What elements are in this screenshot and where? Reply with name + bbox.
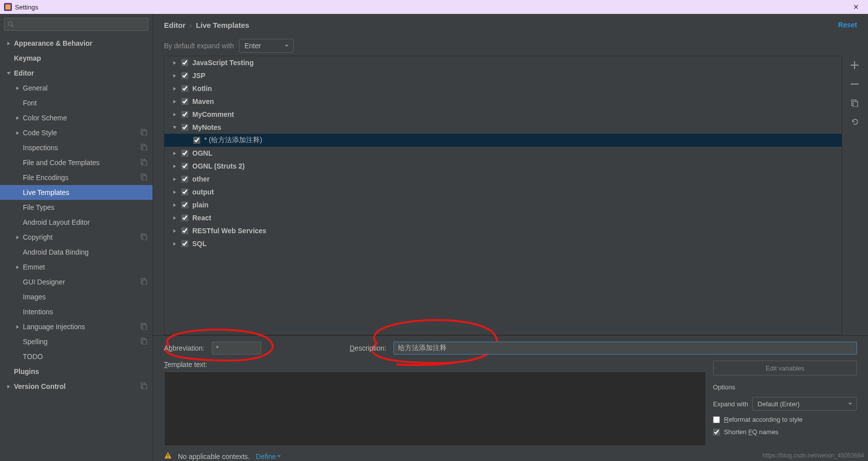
template-group-javascript-testing[interactable]: JavaScript Testing: [164, 56, 842, 69]
reset-link[interactable]: Reset: [838, 21, 857, 29]
sidebar-item-font[interactable]: Font: [0, 95, 153, 110]
sidebar-item-gui-designer[interactable]: GUI Designer: [0, 275, 153, 289]
expand-default-label: By default expand with: [164, 42, 234, 50]
expand-with-combo[interactable]: Default (Enter): [752, 397, 857, 411]
template-checkbox[interactable]: [193, 137, 200, 144]
undo-icon[interactable]: [850, 117, 859, 126]
shorten-fq-label: Shorten FQ names: [724, 428, 779, 436]
template-groups-list[interactable]: JavaScript TestingJSPKotlinMavenMyCommen…: [164, 56, 842, 335]
reformat-label: Reformat according to style: [724, 416, 802, 423]
template-group-jsp[interactable]: JSP: [164, 69, 842, 82]
sidebar-item-color-scheme[interactable]: Color Scheme: [0, 110, 153, 125]
svg-rect-7: [143, 161, 147, 166]
options-title: Options: [713, 383, 857, 391]
group-checkbox[interactable]: [181, 201, 188, 208]
sidebar-item-keymap[interactable]: Keymap: [0, 51, 153, 66]
sidebar-item-code-style[interactable]: Code Style: [0, 125, 153, 140]
sidebar-item-copyright[interactable]: Copyright: [0, 230, 153, 245]
sidebar-item-inspections[interactable]: Inspections: [0, 140, 153, 155]
copy-icon[interactable]: [850, 98, 859, 107]
sidebar-item-file-encodings[interactable]: File Encodings: [0, 170, 153, 185]
reformat-checkbox[interactable]: [713, 416, 720, 423]
sidebar-item-android-layout-editor[interactable]: Android Layout Editor: [0, 215, 153, 230]
sidebar-item-emmet[interactable]: Emmet: [0, 260, 153, 275]
template-group-react[interactable]: React: [164, 211, 842, 224]
description-input[interactable]: [394, 342, 857, 355]
search-icon: [7, 21, 14, 28]
search-input-wrap[interactable]: [4, 18, 149, 31]
template-group-mynotes[interactable]: MyNotes: [164, 121, 842, 134]
template-group-maven[interactable]: Maven: [164, 95, 842, 108]
svg-rect-22: [851, 84, 859, 85]
shorten-fq-checkbox[interactable]: [713, 429, 720, 436]
template-group-restful-web-services[interactable]: RESTful Web Services: [164, 224, 842, 237]
svg-line-1: [12, 25, 14, 27]
template-item[interactable]: * (给方法添加注释): [164, 134, 842, 147]
sidebar-item-file-types[interactable]: File Types: [0, 200, 153, 215]
sidebar-item-todo[interactable]: TODO: [0, 349, 153, 364]
svg-rect-26: [167, 457, 168, 458]
template-group-ognl[interactable]: OGNL: [164, 147, 842, 160]
sidebar-item-images[interactable]: Images: [0, 289, 153, 304]
group-checkbox[interactable]: [181, 124, 188, 131]
sidebar-item-appearance-behavior[interactable]: Appearance & Behavior: [0, 36, 153, 51]
group-checkbox[interactable]: [181, 188, 188, 195]
group-checkbox[interactable]: [181, 163, 188, 170]
group-checkbox[interactable]: [181, 98, 188, 105]
svg-rect-15: [143, 325, 147, 330]
watermark: https://blog.csdn.net/weixin_45053664: [763, 452, 864, 459]
svg-rect-21: [851, 65, 859, 66]
group-checkbox[interactable]: [181, 72, 188, 79]
template-group-kotlin[interactable]: Kotlin: [164, 82, 842, 95]
svg-rect-17: [143, 340, 147, 345]
svg-point-0: [8, 22, 12, 26]
sidebar-item-intentions[interactable]: Intentions: [0, 304, 153, 319]
close-icon[interactable]: ✕: [848, 3, 864, 11]
group-checkbox[interactable]: [181, 214, 188, 221]
add-icon[interactable]: [850, 61, 859, 70]
template-group-plain[interactable]: plain: [164, 198, 842, 211]
settings-sidebar: Appearance & BehaviorKeymapEditorGeneral…: [0, 14, 153, 461]
group-checkbox[interactable]: [181, 227, 188, 234]
template-text-input[interactable]: [164, 371, 706, 446]
sidebar-item-version-control[interactable]: Version Control: [0, 379, 153, 394]
template-group-output[interactable]: output: [164, 185, 842, 198]
group-checkbox[interactable]: [181, 240, 188, 247]
sidebar-item-language-injections[interactable]: Language Injections: [0, 319, 153, 334]
abbreviation-input[interactable]: [212, 342, 261, 355]
abbreviation-label: Abbreviation:: [164, 344, 205, 352]
search-input[interactable]: [16, 21, 145, 28]
sidebar-item-android-data-binding[interactable]: Android Data Binding: [0, 245, 153, 260]
define-link[interactable]: Define: [256, 453, 281, 461]
list-toolbar: [844, 56, 865, 335]
group-checkbox[interactable]: [181, 150, 188, 157]
sidebar-item-plugins[interactable]: Plugins: [0, 364, 153, 379]
window-title: Settings: [15, 3, 38, 11]
group-checkbox[interactable]: [181, 85, 188, 92]
sidebar-item-file-and-code-templates[interactable]: File and Code Templates: [0, 155, 153, 170]
template-group-sql[interactable]: SQL: [164, 237, 842, 250]
edit-variables-button[interactable]: Edit variables: [713, 361, 857, 375]
sidebar-item-live-templates[interactable]: Live Templates: [0, 185, 153, 200]
sidebar-item-editor[interactable]: Editor: [0, 66, 153, 81]
svg-rect-13: [143, 280, 147, 285]
template-group-other[interactable]: other: [164, 173, 842, 185]
sidebar-item-general[interactable]: General: [0, 81, 153, 95]
svg-rect-25: [167, 454, 168, 457]
template-text-label: Template text:: [164, 361, 706, 369]
group-checkbox[interactable]: [181, 111, 188, 118]
settings-tree[interactable]: Appearance & BehaviorKeymapEditorGeneral…: [0, 34, 153, 461]
app-icon: [4, 3, 12, 11]
template-group-ognl-struts-2-[interactable]: OGNL (Struts 2): [164, 160, 842, 173]
svg-rect-5: [143, 146, 147, 151]
svg-rect-3: [143, 131, 147, 136]
breadcrumb: Editor›Live Templates: [164, 21, 249, 29]
template-group-mycomment[interactable]: MyComment: [164, 108, 842, 121]
context-message: No applicable contexts.: [178, 453, 250, 461]
group-checkbox[interactable]: [181, 176, 188, 183]
expand-default-combo[interactable]: Enter: [239, 39, 294, 53]
group-checkbox[interactable]: [181, 59, 188, 66]
svg-rect-24: [853, 101, 858, 107]
remove-icon[interactable]: [850, 80, 859, 89]
sidebar-item-spelling[interactable]: Spelling: [0, 334, 153, 349]
